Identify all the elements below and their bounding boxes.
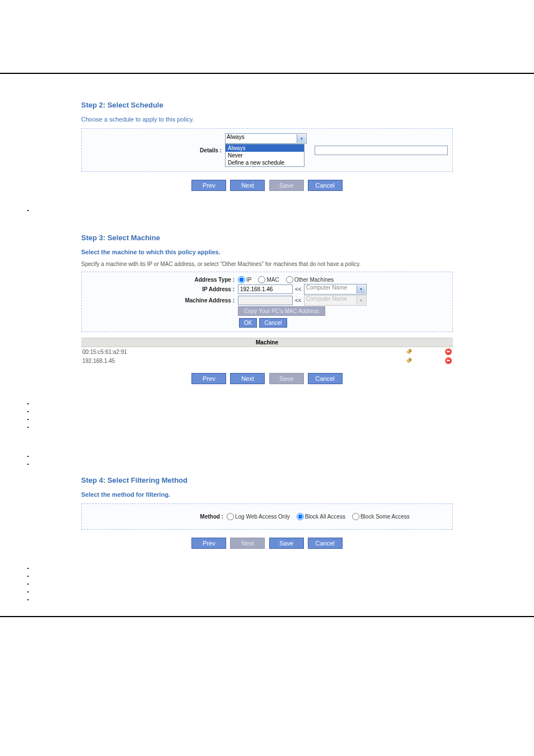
schedule-select[interactable]: Always ▾ xyxy=(225,133,307,144)
schedule-option-always[interactable]: Always xyxy=(226,144,304,152)
method-label: Method : xyxy=(86,514,227,520)
radio-ip[interactable]: IP xyxy=(238,276,251,283)
ip-address-input[interactable] xyxy=(238,284,293,294)
cancel-button[interactable]: Cancel xyxy=(308,538,343,549)
radio-ip-input[interactable] xyxy=(238,276,245,283)
schedule-dropdown[interactable]: Always Never Define a new schedule xyxy=(225,144,305,167)
address-type-label: Address Type : xyxy=(86,277,238,283)
copy-mac-button: Copy Your PC's MAC Address xyxy=(238,306,325,316)
ip-address-label: IP Address : xyxy=(86,286,238,292)
radio-blockall-input[interactable] xyxy=(297,513,304,520)
step2-title: Step 2: Select Schedule xyxy=(81,101,453,109)
ok-button[interactable]: OK xyxy=(239,318,257,328)
next-button[interactable]: Next xyxy=(230,180,265,191)
step3-panel: Step 3: Select Machine Select the machin… xyxy=(73,228,461,398)
next-button[interactable]: Next xyxy=(230,373,265,384)
schedule-details-input[interactable] xyxy=(315,146,448,155)
step3-subtitle: Select the machine to which this policy … xyxy=(81,249,453,255)
machine-address-cell: 192.168.1.45 xyxy=(82,358,362,364)
address-type-radio-group: IP MAC Other Machines xyxy=(238,276,338,283)
schedule-option-never[interactable]: Never xyxy=(226,152,304,159)
chevron-down-icon: ▾ xyxy=(297,134,306,143)
delete-icon[interactable] xyxy=(445,348,452,355)
step2-subtitle: Choose a schedule to apply to this polic… xyxy=(81,116,453,123)
step4-panel: Step 4: Select Filtering Method Select t… xyxy=(73,470,461,562)
chevron-down-icon: ▾ xyxy=(357,296,366,305)
arrow-left-icon: << xyxy=(295,297,302,304)
machine-address-cell: 00:15:c5:61:a2:91 xyxy=(82,349,362,355)
step2-form-box: Details : Always ▾ Always Never Define a… xyxy=(81,128,453,172)
radio-blockall[interactable]: Block All Access xyxy=(297,513,345,520)
computer-name-select-2: Computer Name ▾ xyxy=(304,295,367,306)
method-radio-group: Log Web Access Only Block All Access Blo… xyxy=(227,513,414,520)
delete-icon[interactable] xyxy=(445,357,452,364)
radio-log[interactable]: Log Web Access Only xyxy=(227,513,290,520)
step4-form-box: Method : Log Web Access Only Block All A… xyxy=(81,503,453,530)
prev-button[interactable]: Prev xyxy=(191,538,226,549)
cancel-button[interactable]: Cancel xyxy=(308,373,343,384)
radio-blocksome-input[interactable] xyxy=(352,513,359,520)
radio-blocksome[interactable]: Block Some Access xyxy=(352,513,410,520)
chevron-down-icon: ▾ xyxy=(357,285,366,293)
machine-table-header: Machine xyxy=(81,338,453,347)
cancel-button[interactable]: Cancel xyxy=(259,318,287,328)
table-row: 00:15:c5:61:a2:91 xyxy=(81,347,453,356)
edit-icon[interactable] xyxy=(406,348,413,355)
bullet-spacer-2 xyxy=(11,400,461,431)
radio-mac-input[interactable] xyxy=(258,276,265,283)
radio-other[interactable]: Other Machines xyxy=(286,276,334,283)
step4-buttons: Prev Next Save Cancel xyxy=(81,538,453,549)
prev-button[interactable]: Prev xyxy=(191,373,226,384)
radio-mac[interactable]: MAC xyxy=(258,276,279,283)
radio-other-input[interactable] xyxy=(286,276,293,283)
details-label: Details : xyxy=(86,147,225,153)
step3-title: Step 3: Select Machine xyxy=(81,234,453,242)
step2-buttons: Prev Next Save Cancel xyxy=(81,180,453,191)
schedule-option-define[interactable]: Define a new schedule xyxy=(226,159,304,166)
step3-form-box: Address Type : IP MAC Other Machines IP … xyxy=(81,272,453,332)
cancel-button[interactable]: Cancel xyxy=(308,180,343,191)
prev-button[interactable]: Prev xyxy=(191,180,226,191)
step2-panel: Step 2: Select Schedule Choose a schedul… xyxy=(73,95,461,204)
step4-subtitle: Select the method for filtering. xyxy=(81,491,453,498)
save-button: Save xyxy=(269,373,304,384)
step4-title: Step 4: Select Filtering Method xyxy=(81,476,453,484)
bullet-spacer-3 xyxy=(11,452,461,468)
schedule-select-value: Always xyxy=(227,134,245,140)
next-button: Next xyxy=(230,538,265,549)
machine-address-input xyxy=(238,296,293,305)
computer-name-select-1[interactable]: Computer Name ▾ xyxy=(304,284,367,295)
arrow-left-icon: << xyxy=(295,286,302,292)
save-button: Save xyxy=(269,180,304,191)
step3-buttons: Prev Next Save Cancel xyxy=(81,373,453,384)
machine-address-label: Machine Address : xyxy=(86,297,238,304)
radio-log-input[interactable] xyxy=(227,513,234,520)
edit-icon[interactable] xyxy=(406,357,413,364)
step3-desc: Specify a machine with its IP or MAC add… xyxy=(81,261,453,267)
bullet-spacer-1 xyxy=(11,207,461,214)
bullet-spacer-4 xyxy=(11,564,461,604)
save-button[interactable]: Save xyxy=(269,538,304,549)
table-row: 192.168.1.45 xyxy=(81,356,453,365)
